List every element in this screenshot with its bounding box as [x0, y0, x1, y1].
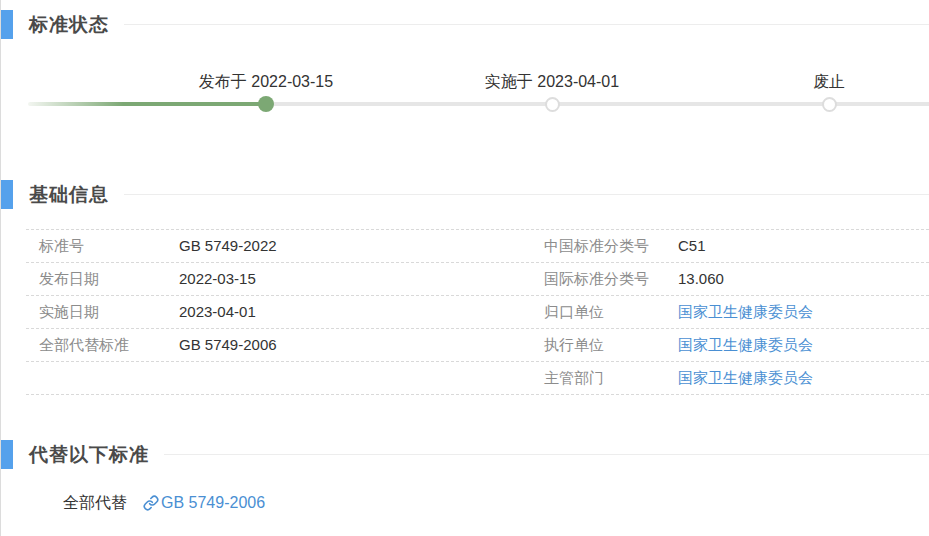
field-label: 主管部门 — [544, 362, 678, 394]
table-row: 发布日期 2022-03-15 国际标准分类号 13.060 — [26, 263, 929, 296]
field-label: 全部代替标准 — [39, 329, 179, 361]
replace-relation-label: 全部代替 — [63, 493, 127, 513]
section-header-basic-info: 基础信息 — [1, 180, 929, 209]
timeline-track-completed — [28, 102, 266, 106]
field-label — [39, 362, 179, 394]
section-marker — [1, 10, 13, 39]
field-label: 标准号 — [39, 230, 179, 262]
centralized-unit-link[interactable]: 国家卫生健康委员会 — [678, 296, 813, 328]
field-label: 发布日期 — [39, 263, 179, 295]
table-row: 全部代替标准 GB 5749-2006 执行单位 国家卫生健康委员会 — [26, 329, 929, 362]
section-title-standard-status: 标准状态 — [29, 12, 109, 38]
replaced-standard-item: 全部代替 GB 5749-2006 — [1, 493, 929, 513]
field-value-implement-date: 2023-04-01 — [179, 296, 256, 328]
timeline-node-published-active — [258, 96, 274, 112]
field-value-publish-date: 2022-03-15 — [179, 263, 256, 295]
executing-unit-link[interactable]: 国家卫生健康委员会 — [678, 329, 813, 361]
timeline-node-implemented — [545, 97, 560, 112]
replaced-standard-number: GB 5749-2006 — [161, 493, 265, 513]
section-header-replaces: 代替以下标准 — [1, 440, 929, 469]
field-value-ics-code: 13.060 — [678, 263, 724, 295]
field-label: 中国标准分类号 — [544, 230, 678, 262]
basic-info-table: 标准号 GB 5749-2022 中国标准分类号 C51 发布日期 2022-0… — [26, 229, 929, 395]
section-header-standard-status: 标准状态 — [1, 10, 929, 39]
field-value-standard-number: GB 5749-2022 — [179, 230, 277, 262]
timeline-node-abolished — [822, 97, 837, 112]
table-row: 标准号 GB 5749-2022 中国标准分类号 C51 — [26, 230, 929, 263]
replaced-standard-link[interactable]: GB 5749-2006 — [143, 493, 265, 513]
timeline-label-abolished: 废止 — [813, 72, 845, 93]
field-label: 执行单位 — [544, 329, 678, 361]
section-title-replaces: 代替以下标准 — [29, 442, 149, 468]
section-divider-line — [124, 194, 929, 195]
link-icon — [143, 495, 161, 511]
section-title-basic-info: 基础信息 — [29, 182, 109, 208]
field-value-replaced-standard: GB 5749-2006 — [179, 329, 277, 361]
timeline-label-implemented: 实施于 2023-04-01 — [485, 72, 619, 93]
section-divider-line — [164, 454, 929, 455]
section-divider-line — [124, 24, 929, 25]
supervising-department-link[interactable]: 国家卫生健康委员会 — [678, 362, 813, 394]
timeline-label-published: 发布于 2022-03-15 — [199, 72, 333, 93]
section-marker — [1, 440, 13, 469]
status-timeline: 发布于 2022-03-15 实施于 2023-04-01 废止 — [1, 39, 929, 159]
field-label: 实施日期 — [39, 296, 179, 328]
table-row: 实施日期 2023-04-01 归口单位 国家卫生健康委员会 — [26, 296, 929, 329]
table-row: 主管部门 国家卫生健康委员会 — [26, 362, 929, 395]
field-label: 归口单位 — [544, 296, 678, 328]
section-marker — [1, 180, 13, 209]
field-value-ccs-code: C51 — [678, 230, 706, 262]
field-label: 国际标准分类号 — [544, 263, 678, 295]
